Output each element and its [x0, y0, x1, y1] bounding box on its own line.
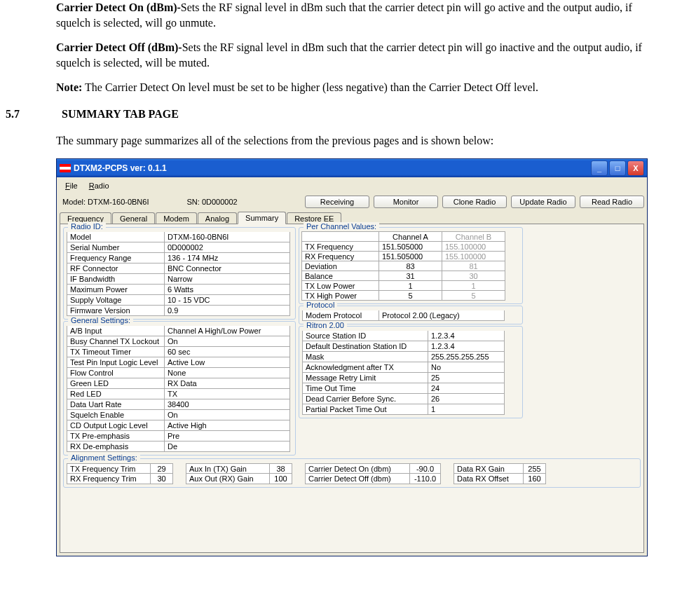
k-tx-pre: TX Pre-emphasis [67, 431, 165, 442]
receiving-button[interactable]: Receiving [305, 196, 369, 208]
v-tx-trim: 29 [151, 463, 173, 474]
update-radio-button[interactable]: Update Radio [511, 196, 575, 208]
section-heading: 5.7 SUMMARY TAB PAGE [0, 108, 647, 121]
tab-summary[interactable]: Summary [238, 212, 286, 224]
k-tx-timeout: TX Timeout Timer [67, 347, 165, 357]
k-tot: Time Out Time [302, 383, 428, 394]
clone-radio-button[interactable]: Clone Radio [442, 196, 507, 208]
group-ritron: Ritron 2.00 Source Station ID1.2.3.4 Def… [299, 326, 523, 418]
tab-modem[interactable]: Modem [156, 212, 197, 224]
hdr-ch-b: Channel B [442, 231, 505, 242]
k-drx-off: Data RX Offset [454, 474, 524, 484]
v-drx-off: 160 [524, 474, 546, 484]
k-mask: Mask [302, 352, 428, 362]
v-bal-b: 30 [442, 271, 505, 281]
v-test-pin: Active Low [164, 357, 290, 368]
k-rf-conn: RF Connector [67, 263, 165, 274]
v-tx-timeout: 60 sec [164, 347, 290, 357]
group-radio-id: Radio ID: ModelDTXM-160-0BN6I Serial Num… [63, 227, 296, 320]
k-src-id: Source Station ID [302, 331, 428, 341]
minimize-button[interactable]: _ [591, 160, 608, 176]
v-supply-v: 10 - 15 VDC [164, 295, 290, 306]
k-dst-id: Default Destination Station ID [302, 341, 428, 352]
v-src-id: 1.2.3.4 [428, 331, 505, 341]
v-tot: 24 [428, 383, 505, 394]
k-aux-in: Aux In (TX) Gain [186, 463, 270, 474]
v-txl-b: 1 [442, 280, 505, 291]
v-freq-range: 136 - 174 MHz [164, 253, 290, 263]
v-max-power: 6 Watts [164, 285, 290, 295]
tab-row: Frequency General Modem Analog Summary R… [57, 210, 647, 224]
k-modem-proto: Modem Protocol [302, 310, 379, 321]
menubar: File Radio [57, 177, 647, 194]
k-squelch: Squelch Enable [67, 410, 165, 420]
k-uart: Data Uart Rate [67, 399, 165, 410]
v-dcbs: 26 [428, 394, 505, 404]
tab-analog[interactable]: Analog [198, 212, 237, 224]
k-rx-de: RX De-emphasis [67, 442, 165, 452]
v-retry: 25 [428, 373, 505, 383]
v-model: DTXM-160-0BN6I [164, 232, 290, 242]
group-title: General Settings: [68, 316, 133, 324]
k-cd-logic: CD Output Logic Level [67, 420, 165, 431]
k-supply-v: Supply Voltage [67, 295, 165, 306]
k-ack: Acknowledgment after TX [302, 362, 428, 373]
v-cd-off: -110.0 [410, 474, 441, 484]
v-uart: 38400 [164, 399, 290, 410]
k-txl: TX Low Power [301, 280, 379, 291]
tab-general[interactable]: General [112, 212, 155, 224]
hdr-ch-a: Channel A [379, 231, 442, 242]
k-rxf: RX Frequency [301, 251, 379, 261]
app-window: DTXM2-PCPS ver: 0.1.1 _ □ X File Radio M… [56, 158, 648, 556]
v-ab-input: Channel A High/Low Power [164, 326, 290, 336]
v-red-led: TX [164, 389, 290, 399]
k-sn: Serial Number [67, 242, 165, 253]
v-txh-b: 5 [442, 290, 505, 301]
toolbar: Model: DTXM-160-0BN6I SN: 0D000002 Recei… [57, 194, 647, 210]
v-busy: On [164, 336, 290, 347]
group-title: Protocol [304, 301, 337, 309]
k-txf: TX Frequency [301, 241, 379, 252]
v-cd-logic: Active High [164, 420, 290, 431]
monitor-button[interactable]: Monitor [374, 196, 438, 208]
v-dev-a: 83 [379, 261, 442, 271]
k-ab-input: A/B Input [67, 326, 165, 336]
close-button[interactable]: X [627, 160, 644, 176]
group-title: Radio ID: [68, 222, 106, 231]
v-rxf-b: 155.100000 [442, 251, 505, 261]
k-max-power: Maximum Power [67, 285, 165, 295]
group-title: Ritron 2.00 [304, 321, 347, 329]
group-alignment: Alignment Settings: TX Frequency Trim29 … [63, 458, 641, 488]
sn-label: SN: 0D000002 [184, 198, 240, 206]
k-red-led: Red LED [67, 389, 165, 399]
k-fw-ver: Firmware Version [67, 306, 165, 316]
k-dev: Deviation [301, 261, 379, 271]
window-titlebar[interactable]: DTXM2-PCPS ver: 0.1.1 _ □ X [57, 159, 647, 177]
v-flow: None [164, 368, 290, 378]
v-mask: 255.255.255.255 [428, 352, 505, 362]
v-drx-gain: 255 [524, 463, 546, 474]
v-aux-out: 100 [270, 474, 292, 484]
v-txf-b: 155.100000 [442, 241, 505, 252]
read-radio-button[interactable]: Read Radio [580, 196, 644, 208]
v-if-bw: Narrow [164, 274, 290, 285]
v-fw-ver: 0.9 [164, 306, 290, 316]
v-ppto: 1 [428, 404, 505, 415]
para-summary-intro: The summary page summarizes all of the s… [56, 133, 647, 149]
menu-radio[interactable]: Radio [85, 181, 114, 191]
v-rx-trim: 30 [151, 474, 173, 484]
maximize-button[interactable]: □ [609, 160, 626, 176]
menu-file[interactable]: File [61, 181, 82, 191]
group-title: Alignment Settings: [68, 453, 140, 462]
k-flow: Flow Control [67, 368, 165, 378]
para-cd-on: Carrier Detect On (dBm)-Sets the RF sign… [56, 0, 647, 30]
k-test-pin: Test Pin Input Logic Level [67, 357, 165, 368]
group-per-channel: Per Channel Values: Channel AChannel B T… [299, 227, 523, 304]
k-txh: TX High Power [301, 290, 379, 301]
v-aux-in: 38 [270, 463, 292, 474]
k-busy: Busy Channel TX Lockout [67, 336, 165, 347]
v-txf-a: 151.505000 [379, 241, 442, 252]
k-aux-out: Aux Out (RX) Gain [186, 474, 270, 484]
v-txl-a: 1 [379, 280, 442, 291]
v-rx-de: De [164, 442, 290, 452]
